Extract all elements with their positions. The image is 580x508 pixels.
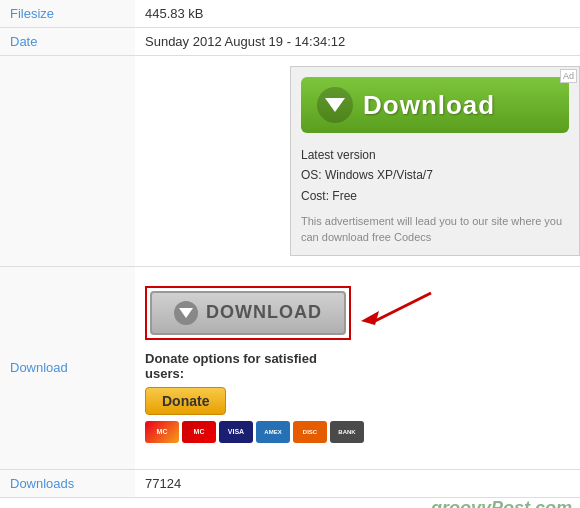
download-btn-text: DOWNLOAD (206, 302, 322, 323)
download-btn-icon (174, 301, 198, 325)
ad-latest-version: Latest version (301, 145, 569, 165)
ad-info: Latest version OS: Windows XP/Vista/7 Co… (301, 145, 569, 206)
payment-icons: MC MC VISA AMEX DISC BANK (145, 421, 570, 443)
watermark: groovyPost.com (0, 498, 580, 508)
svg-marker-1 (361, 311, 379, 325)
donate-button[interactable]: Donate (145, 387, 226, 415)
download-button-border: DOWNLOAD (145, 286, 351, 340)
svg-line-0 (371, 293, 431, 323)
ad-notice: This advertisement will lead you to our … (301, 214, 569, 245)
bank-icon: BANK (330, 421, 364, 443)
discover-icon: DISC (293, 421, 327, 443)
donate-button-label: Donate (162, 393, 209, 409)
download-row: Download DOWNLOAD Donate options for sat… (0, 266, 580, 469)
filesize-row: Filesize 445.83 kB (0, 0, 580, 28)
ad-cost: Cost: Free (301, 186, 569, 206)
visa-icon: VISA (219, 421, 253, 443)
donate-section: Donate options for satisfied users: Dona… (145, 351, 570, 453)
date-label: Date (0, 28, 135, 56)
advertisement-box: Ad Download Latest version OS: Windows X… (290, 66, 580, 256)
downloads-row: Downloads 77124 (0, 469, 580, 497)
ad-download-icon (317, 87, 353, 123)
ad-row: Ad Download Latest version OS: Windows X… (0, 56, 580, 267)
donate-title-line2: users: (145, 366, 184, 381)
download-cell: DOWNLOAD Donate options for satisfied us… (135, 266, 580, 469)
date-value: Sunday 2012 August 19 - 14:34:12 (135, 28, 580, 56)
filesize-value: 445.83 kB (135, 0, 580, 28)
watermark-prefix: groovy (431, 498, 491, 508)
download-button-wrapper: DOWNLOAD (145, 283, 570, 343)
date-row: Date Sunday 2012 August 19 - 14:34:12 (0, 28, 580, 56)
ad-cell: Ad Download Latest version OS: Windows X… (135, 56, 580, 267)
ad-download-button[interactable]: Download (301, 77, 569, 133)
red-arrow-icon (361, 283, 441, 343)
watermark-suffix: Post.com (491, 498, 572, 508)
ad-download-text: Download (363, 90, 495, 121)
info-table: Filesize 445.83 kB Date Sunday 2012 Augu… (0, 0, 580, 498)
amex-icon: AMEX (256, 421, 290, 443)
downloads-value: 77124 (135, 469, 580, 497)
mastercard-icon: MC (145, 421, 179, 443)
download-button[interactable]: DOWNLOAD (150, 291, 346, 335)
downloads-label: Downloads (0, 469, 135, 497)
mastercard2-icon: MC (182, 421, 216, 443)
download-label: Download (0, 266, 135, 469)
donate-title: Donate options for satisfied users: (145, 351, 570, 381)
ad-label: Ad (560, 69, 577, 83)
ad-spacer (0, 56, 135, 267)
ad-os: OS: Windows XP/Vista/7 (301, 165, 569, 185)
donate-title-line1: Donate options for satisfied (145, 351, 317, 366)
filesize-label: Filesize (0, 0, 135, 28)
